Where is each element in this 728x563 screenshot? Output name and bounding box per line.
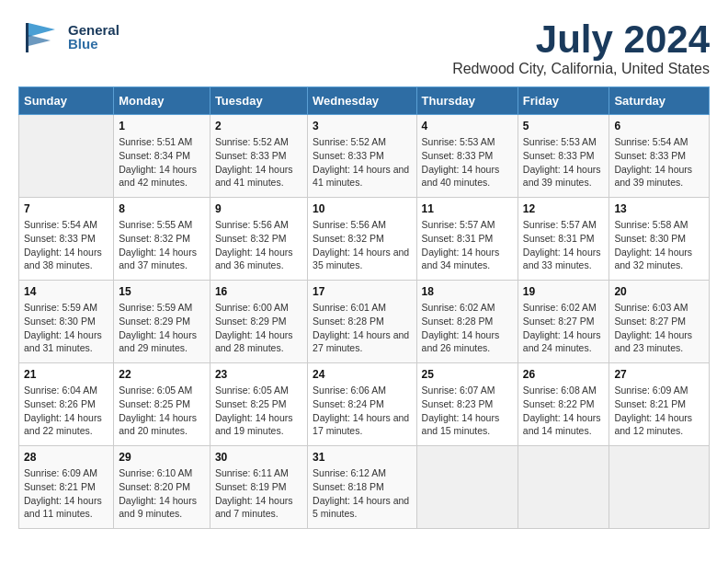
sunrise-text: Sunrise: 6:02 AM: [422, 301, 513, 315]
daylight-text: Daylight: 14 hours and 29 minutes.: [119, 328, 205, 355]
daylight-text: Daylight: 14 hours and 33 minutes.: [523, 246, 605, 272]
calendar-header-row: SundayMondayTuesdayWednesdayThursdayFrid…: [19, 87, 710, 115]
sunrise-text: Sunrise: 6:03 AM: [614, 301, 704, 315]
day-info: Sunrise: 5:52 AM Sunset: 8:33 PM Dayligh…: [313, 135, 411, 190]
calendar-cell: [609, 446, 710, 529]
sunrise-text: Sunrise: 5:52 AM: [215, 135, 302, 149]
daylight-text: Daylight: 14 hours and 41 minutes.: [215, 163, 302, 190]
sunset-text: Sunset: 8:24 PM: [313, 397, 411, 411]
sunset-text: Sunset: 8:25 PM: [119, 397, 205, 411]
header-wednesday: Wednesday: [308, 87, 416, 115]
sunset-text: Sunset: 8:32 PM: [313, 232, 411, 246]
daylight-text: Daylight: 14 hours and 20 minutes.: [119, 411, 205, 438]
day-info: Sunrise: 6:02 AM Sunset: 8:27 PM Dayligh…: [523, 301, 605, 355]
day-number: 1: [119, 120, 205, 132]
daylight-text: Daylight: 14 hours and 9 minutes.: [119, 494, 205, 521]
daylight-text: Daylight: 14 hours and 17 minutes.: [313, 411, 411, 438]
sunrise-text: Sunrise: 6:09 AM: [24, 466, 108, 480]
sunset-text: Sunset: 8:23 PM: [422, 397, 513, 411]
calendar-cell: 26 Sunrise: 6:08 AM Sunset: 8:22 PM Dayl…: [518, 363, 609, 446]
sunset-text: Sunset: 8:33 PM: [614, 149, 704, 163]
sunrise-text: Sunrise: 5:53 AM: [523, 135, 605, 149]
sunset-text: Sunset: 8:25 PM: [215, 397, 302, 411]
sunrise-text: Sunrise: 5:58 AM: [614, 218, 704, 232]
day-number: 2: [215, 120, 302, 132]
daylight-text: Daylight: 14 hours and 5 minutes.: [313, 494, 411, 521]
sunset-text: Sunset: 8:27 PM: [523, 315, 605, 328]
day-number: 3: [313, 120, 411, 132]
sunrise-text: Sunrise: 5:56 AM: [313, 218, 411, 232]
daylight-text: Daylight: 14 hours and 24 minutes.: [523, 328, 605, 355]
sunset-text: Sunset: 8:32 PM: [119, 232, 205, 246]
sunrise-text: Sunrise: 6:01 AM: [313, 301, 411, 315]
sunset-text: Sunset: 8:34 PM: [119, 149, 205, 163]
calendar-cell: 31 Sunrise: 6:12 AM Sunset: 8:18 PM Dayl…: [308, 446, 416, 529]
daylight-text: Daylight: 14 hours and 12 minutes.: [614, 411, 704, 438]
day-info: Sunrise: 5:54 AM Sunset: 8:33 PM Dayligh…: [614, 135, 704, 190]
day-info: Sunrise: 5:59 AM Sunset: 8:30 PM Dayligh…: [24, 301, 108, 355]
day-number: 4: [422, 120, 513, 132]
day-number: 21: [24, 368, 108, 381]
day-number: 19: [523, 285, 605, 298]
calendar-cell: [518, 446, 609, 529]
day-info: Sunrise: 5:51 AM Sunset: 8:34 PM Dayligh…: [119, 135, 205, 190]
svg-rect-0: [26, 23, 28, 52]
calendar-cell: 7 Sunrise: 5:54 AM Sunset: 8:33 PM Dayli…: [19, 198, 114, 281]
daylight-text: Daylight: 14 hours and 35 minutes.: [313, 246, 411, 272]
calendar-week-row: 7 Sunrise: 5:54 AM Sunset: 8:33 PM Dayli…: [19, 198, 710, 281]
calendar-week-row: 1 Sunrise: 5:51 AM Sunset: 8:34 PM Dayli…: [19, 115, 710, 198]
calendar-cell: 9 Sunrise: 5:56 AM Sunset: 8:32 PM Dayli…: [210, 198, 307, 281]
daylight-text: Daylight: 14 hours and 31 minutes.: [24, 328, 108, 355]
header-tuesday: Tuesday: [210, 87, 307, 115]
sunset-text: Sunset: 8:31 PM: [523, 232, 605, 246]
sunset-text: Sunset: 8:27 PM: [614, 315, 704, 328]
sunset-text: Sunset: 8:21 PM: [24, 480, 108, 494]
calendar-cell: 1 Sunrise: 5:51 AM Sunset: 8:34 PM Dayli…: [114, 115, 210, 198]
sunset-text: Sunset: 8:20 PM: [119, 480, 205, 494]
sunrise-text: Sunrise: 6:04 AM: [24, 384, 108, 397]
calendar-cell: 30 Sunrise: 6:11 AM Sunset: 8:19 PM Dayl…: [210, 446, 307, 529]
header-monday: Monday: [114, 87, 210, 115]
day-number: 23: [215, 368, 302, 381]
calendar-cell: [416, 446, 518, 529]
page-title: July 2024: [452, 18, 710, 61]
daylight-text: Daylight: 14 hours and 19 minutes.: [215, 411, 302, 438]
page-subtitle: Redwood City, California, United States: [452, 61, 710, 77]
calendar-cell: 13 Sunrise: 5:58 AM Sunset: 8:30 PM Dayl…: [609, 198, 710, 281]
sunset-text: Sunset: 8:19 PM: [215, 480, 302, 494]
day-number: 22: [119, 368, 205, 381]
calendar-cell: 8 Sunrise: 5:55 AM Sunset: 8:32 PM Dayli…: [114, 198, 210, 281]
calendar-cell: 11 Sunrise: 5:57 AM Sunset: 8:31 PM Dayl…: [416, 198, 518, 281]
day-info: Sunrise: 5:57 AM Sunset: 8:31 PM Dayligh…: [523, 218, 605, 272]
logo-blue-text: Blue: [68, 37, 119, 51]
calendar-cell: 25 Sunrise: 6:07 AM Sunset: 8:23 PM Dayl…: [416, 363, 518, 446]
daylight-text: Daylight: 14 hours and 15 minutes.: [422, 411, 513, 438]
sunrise-text: Sunrise: 6:02 AM: [523, 301, 605, 315]
day-number: 18: [422, 285, 513, 298]
daylight-text: Daylight: 14 hours and 41 minutes.: [313, 163, 411, 190]
calendar-cell: 29 Sunrise: 6:10 AM Sunset: 8:20 PM Dayl…: [114, 446, 210, 529]
day-number: 7: [24, 202, 108, 215]
day-info: Sunrise: 6:07 AM Sunset: 8:23 PM Dayligh…: [422, 384, 513, 438]
day-info: Sunrise: 6:01 AM Sunset: 8:28 PM Dayligh…: [313, 301, 411, 355]
daylight-text: Daylight: 14 hours and 42 minutes.: [119, 163, 205, 190]
day-number: 30: [215, 451, 302, 464]
sunrise-text: Sunrise: 5:51 AM: [119, 135, 205, 149]
day-number: 15: [119, 285, 205, 298]
day-number: 26: [523, 368, 605, 381]
daylight-text: Daylight: 14 hours and 28 minutes.: [215, 328, 302, 355]
day-info: Sunrise: 6:03 AM Sunset: 8:27 PM Dayligh…: [614, 301, 704, 355]
sunrise-text: Sunrise: 6:12 AM: [313, 466, 411, 480]
calendar-week-row: 21 Sunrise: 6:04 AM Sunset: 8:26 PM Dayl…: [19, 363, 710, 446]
header-thursday: Thursday: [416, 87, 518, 115]
calendar-cell: 10 Sunrise: 5:56 AM Sunset: 8:32 PM Dayl…: [308, 198, 416, 281]
calendar-cell: 24 Sunrise: 6:06 AM Sunset: 8:24 PM Dayl…: [308, 363, 416, 446]
calendar-cell: 2 Sunrise: 5:52 AM Sunset: 8:33 PM Dayli…: [210, 115, 307, 198]
svg-marker-2: [28, 35, 51, 46]
sunrise-text: Sunrise: 5:52 AM: [313, 135, 411, 149]
calendar-cell: 16 Sunrise: 6:00 AM Sunset: 8:29 PM Dayl…: [210, 281, 307, 363]
sunset-text: Sunset: 8:22 PM: [523, 397, 605, 411]
calendar-week-row: 28 Sunrise: 6:09 AM Sunset: 8:21 PM Dayl…: [19, 446, 710, 529]
calendar-cell: 23 Sunrise: 6:05 AM Sunset: 8:25 PM Dayl…: [210, 363, 307, 446]
daylight-text: Daylight: 14 hours and 27 minutes.: [313, 328, 411, 355]
